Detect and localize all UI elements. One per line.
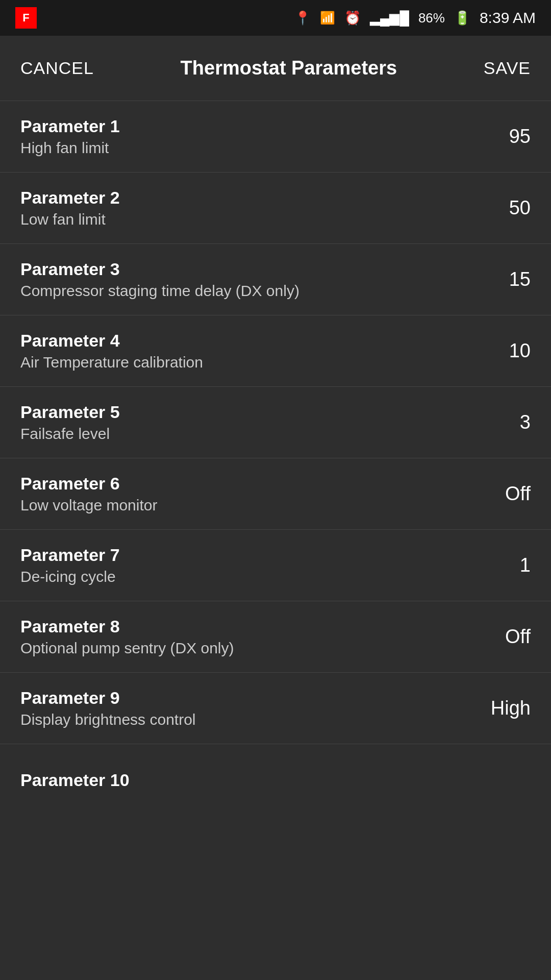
param-item-3[interactable]: Parameter 3Compressor staging time delay… — [0, 244, 551, 315]
bluetooth-icon: 📶 — [320, 11, 335, 25]
nav-header: CANCEL Thermostat Parameters SAVE — [0, 36, 551, 101]
param-item-5[interactable]: Parameter 5Failsafe level3 — [0, 387, 551, 458]
param-value-5: 3 — [490, 411, 531, 433]
signal-icon: ▂▄▆█ — [370, 10, 409, 26]
param-desc-6: Low voltage monitor — [20, 497, 157, 514]
param-item-10[interactable]: Parameter 10 — [0, 744, 551, 816]
flipboard-icon: F — [15, 7, 37, 29]
param-value-2: 50 — [490, 197, 531, 219]
param-name-5: Parameter 5 — [20, 402, 120, 422]
parameters-list: Parameter 1High fan limit95Parameter 2Lo… — [0, 101, 551, 816]
param-value-1: 95 — [490, 126, 531, 148]
param-value-8: Off — [490, 626, 531, 648]
param-left-9: Parameter 9Display brightness control — [20, 688, 196, 728]
param-name-8: Parameter 8 — [20, 617, 234, 636]
page-title: Thermostat Parameters — [181, 57, 397, 79]
param-left-7: Parameter 7De-icing cycle — [20, 545, 120, 585]
param-item-2[interactable]: Parameter 2Low fan limit50 — [0, 173, 551, 244]
param-item-9[interactable]: Parameter 9Display brightness controlHig… — [0, 673, 551, 744]
param-name-1: Parameter 1 — [20, 116, 120, 136]
battery-percentage: 86% — [418, 10, 445, 26]
param-name-10: Parameter 10 — [20, 770, 130, 790]
param-left-8: Parameter 8Optional pump sentry (DX only… — [20, 617, 234, 657]
param-name-7: Parameter 7 — [20, 545, 120, 565]
param-desc-5: Failsafe level — [20, 425, 120, 443]
save-button[interactable]: SAVE — [484, 58, 531, 78]
param-name-2: Parameter 2 — [20, 188, 120, 208]
param-left-4: Parameter 4Air Temperature calibration — [20, 331, 203, 371]
param-name-3: Parameter 3 — [20, 259, 299, 279]
param-desc-4: Air Temperature calibration — [20, 354, 203, 371]
param-left-10: Parameter 10 — [20, 770, 130, 790]
location-icon: 📍 — [294, 10, 311, 26]
status-time: 8:39 AM — [480, 9, 536, 27]
param-left-3: Parameter 3Compressor staging time delay… — [20, 259, 299, 300]
param-value-4: 10 — [490, 340, 531, 362]
param-left-1: Parameter 1High fan limit — [20, 116, 120, 157]
param-left-2: Parameter 2Low fan limit — [20, 188, 120, 228]
status-bar-left: F — [15, 7, 37, 29]
param-desc-9: Display brightness control — [20, 711, 196, 728]
param-desc-2: Low fan limit — [20, 211, 120, 228]
param-left-6: Parameter 6Low voltage monitor — [20, 474, 157, 514]
param-desc-8: Optional pump sentry (DX only) — [20, 640, 234, 657]
param-item-8[interactable]: Parameter 8Optional pump sentry (DX only… — [0, 601, 551, 673]
param-item-6[interactable]: Parameter 6Low voltage monitorOff — [0, 458, 551, 530]
status-bar-right: 📍 📶 ⏰ ▂▄▆█ 86% 🔋 8:39 AM — [294, 9, 536, 27]
param-value-9: High — [490, 697, 531, 719]
param-name-6: Parameter 6 — [20, 474, 157, 494]
param-item-4[interactable]: Parameter 4Air Temperature calibration10 — [0, 315, 551, 387]
alarm-icon: ⏰ — [344, 10, 361, 26]
param-name-4: Parameter 4 — [20, 331, 203, 351]
param-value-3: 15 — [490, 268, 531, 290]
status-bar: F 📍 📶 ⏰ ▂▄▆█ 86% 🔋 8:39 AM — [0, 0, 551, 36]
param-desc-3: Compressor staging time delay (DX only) — [20, 282, 299, 300]
param-value-7: 1 — [490, 554, 531, 576]
param-left-5: Parameter 5Failsafe level — [20, 402, 120, 443]
param-desc-7: De-icing cycle — [20, 568, 120, 585]
param-item-1[interactable]: Parameter 1High fan limit95 — [0, 101, 551, 173]
cancel-button[interactable]: CANCEL — [20, 58, 94, 78]
battery-icon: 🔋 — [454, 10, 470, 26]
param-desc-1: High fan limit — [20, 139, 120, 157]
param-name-9: Parameter 9 — [20, 688, 196, 708]
param-value-6: Off — [490, 483, 531, 505]
param-item-7[interactable]: Parameter 7De-icing cycle1 — [0, 530, 551, 601]
